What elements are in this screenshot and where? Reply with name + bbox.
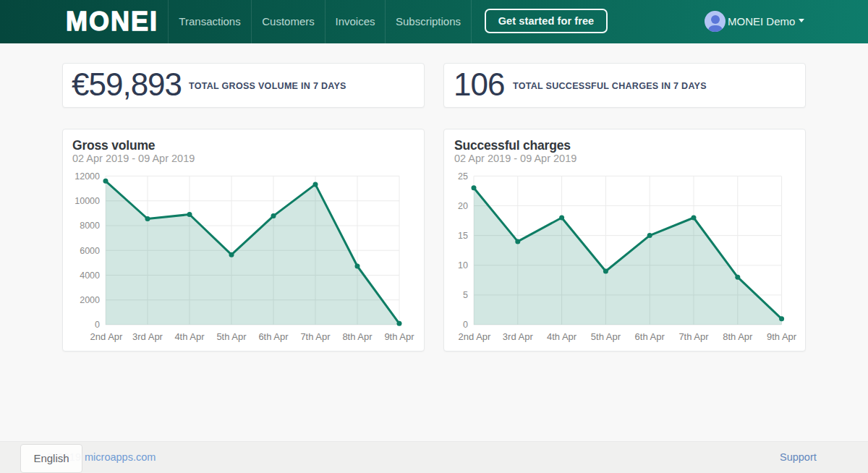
svg-text:9th Apr: 9th Apr xyxy=(767,331,797,342)
svg-text:10000: 10000 xyxy=(75,196,100,206)
svg-text:2nd Apr: 2nd Apr xyxy=(459,331,491,342)
svg-text:15: 15 xyxy=(458,231,468,241)
svg-text:2000: 2000 xyxy=(80,295,100,305)
svg-text:9th Apr: 9th Apr xyxy=(384,331,414,342)
svg-text:5th Apr: 5th Apr xyxy=(216,331,247,342)
svg-text:8000: 8000 xyxy=(80,221,100,231)
svg-text:0: 0 xyxy=(463,320,468,330)
svg-text:7th Apr: 7th Apr xyxy=(678,331,709,342)
svg-text:3rd Apr: 3rd Apr xyxy=(503,331,534,342)
svg-text:5th Apr: 5th Apr xyxy=(591,331,621,342)
svg-text:7th Apr: 7th Apr xyxy=(300,331,331,342)
svg-text:4th Apr: 4th Apr xyxy=(547,331,577,342)
svg-text:10: 10 xyxy=(458,260,468,270)
svg-text:12000: 12000 xyxy=(75,171,100,182)
svg-text:20: 20 xyxy=(458,201,468,211)
svg-text:4000: 4000 xyxy=(80,270,100,281)
svg-text:25: 25 xyxy=(458,171,468,182)
svg-text:0: 0 xyxy=(95,320,100,330)
svg-text:4th Apr: 4th Apr xyxy=(174,331,205,342)
svg-text:8th Apr: 8th Apr xyxy=(342,331,373,342)
svg-text:02 Apr 2019 - 09 Apr 2019: 02 Apr 2019 - 09 Apr 2019 xyxy=(72,153,195,164)
svg-text:8th Apr: 8th Apr xyxy=(723,331,753,342)
svg-text:3rd Apr: 3rd Apr xyxy=(132,331,163,342)
svg-text:Successful charges: Successful charges xyxy=(454,138,571,153)
svg-text:Gross volume: Gross volume xyxy=(72,138,156,153)
svg-text:6th Apr: 6th Apr xyxy=(635,331,665,342)
svg-text:6th Apr: 6th Apr xyxy=(258,331,289,342)
svg-text:02 Apr 2019 - 09 Apr 2019: 02 Apr 2019 - 09 Apr 2019 xyxy=(454,153,576,164)
svg-text:6000: 6000 xyxy=(80,246,100,256)
svg-text:5: 5 xyxy=(463,290,468,300)
svg-text:2nd Apr: 2nd Apr xyxy=(90,331,123,342)
